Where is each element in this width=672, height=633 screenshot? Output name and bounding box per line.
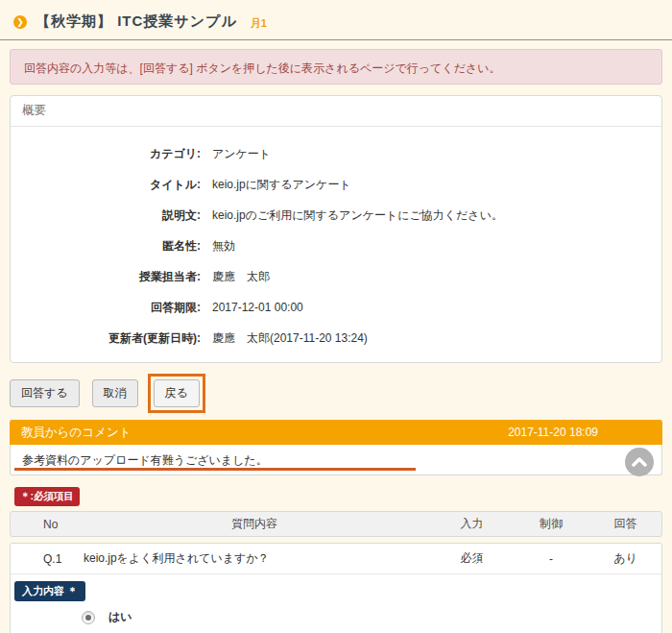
field-value: 無効 [212,239,661,253]
field-value: アンケート [212,147,661,160]
field-value: keio.jpに関するアンケート [212,178,661,191]
action-bar: 回答する 取消 戻る [10,376,662,410]
question-no: Q.1 [11,552,78,566]
teacher-comment-section: 教員からのコメント 2017-11-20 18:09 参考資料のアップロード有難… [10,420,662,475]
radio-label-yes[interactable]: はい [108,609,132,625]
field-value: 慶應 太郎(2017-11-20 13:24) [212,331,661,345]
page-header: ❯ 【秋学期】 ITC授業サンプル 月1 [0,0,672,39]
question-answer: あり [589,550,661,567]
question-input: 必須 [431,550,513,567]
column-header-no: No [11,518,78,531]
input-content-badge: 入力内容 ＊ [14,581,85,601]
comment-text: 参考資料のアップロード有難うございました。 [22,453,268,467]
field-updated-by: 更新者(更新日時): 慶應 太郎(2017-11-20 13:24) [11,323,661,353]
scroll-to-top-button[interactable] [625,448,654,476]
field-instructor: 授業担当者: 慶應 太郎 [11,261,661,292]
column-header-question: 質問内容 [78,516,431,532]
field-label: カテゴリ: [11,147,212,160]
warning-alert: 回答内容の入力等は、[回答する] ボタンを押した後に表示されるページで行ってくだ… [10,49,662,85]
column-header-control: 制御 [513,516,589,532]
field-category: カテゴリ: アンケート [11,138,661,169]
field-value: 慶應 太郎 [212,270,661,283]
back-button[interactable]: 戻る [154,379,200,407]
overview-panel-title: 概要 [11,96,661,127]
required-badge-row: ＊:必須項目 [10,487,662,506]
cancel-button[interactable]: 取消 [92,379,138,407]
question-text: keio.jpをよく利用されていますか？ [78,550,431,567]
field-label: 匿名性: [11,239,212,253]
field-title: タイトル: keio.jpに関するアンケート [11,169,661,200]
overview-panel: 概要 カテゴリ: アンケート タイトル: keio.jpに関するアンケート 説明… [10,95,662,363]
field-deadline: 回答期限: 2017-12-01 00:00 [11,292,661,323]
input-content-area: 入力内容 ＊ はい いいえ [11,574,661,633]
comment-timestamp: 2017-11-20 18:09 [508,426,651,439]
question-panel: Q.1 keio.jpをよく利用されていますか？ 必須 - あり 入力内容 ＊ … [10,543,662,633]
radio-option-yes: はい [14,609,650,625]
field-label: 説明文: [11,208,212,222]
field-description: 説明文: keio.jpのご利用に関するアンケートにご協力ください。 [11,200,661,231]
column-header-answer: 回答 [589,516,661,532]
field-value: 2017-12-01 00:00 [212,301,661,314]
column-header-input: 入力 [431,516,513,532]
annotation-underline [14,468,416,471]
overview-body: カテゴリ: アンケート タイトル: keio.jpに関するアンケート 説明文: … [11,127,661,362]
table-row: Q.1 keio.jpをよく利用されていますか？ 必須 - あり [11,544,661,574]
field-label: 回答期限: [11,301,212,314]
field-label: タイトル: [11,178,212,191]
annotation-highlight-box: 戻る [148,374,205,413]
comment-header-title: 教員からのコメント [21,425,132,441]
page-title: 【秋学期】 ITC授業サンプル [36,12,237,31]
comment-body: 参考資料のアップロード有難うございました。 [10,445,662,475]
required-badge: ＊:必須項目 [14,487,80,506]
field-label: 授業担当者: [11,270,212,283]
field-label: 更新者(更新日時): [11,331,212,345]
radio-button-yes[interactable] [82,611,95,624]
chevron-right-icon: ❯ [13,15,27,29]
comment-header: 教員からのコメント 2017-11-20 18:09 [10,420,662,445]
question-table-header: No 質問内容 入力 制御 回答 [10,511,662,537]
header-divider [0,39,672,40]
period-badge: 月1 [251,13,267,31]
field-anonymity: 匿名性: 無効 [11,231,661,261]
field-value: keio.jpのご利用に関するアンケートにご協力ください。 [212,208,661,222]
chevron-up-icon [632,455,647,470]
question-control: - [513,552,589,566]
answer-button[interactable]: 回答する [10,379,80,407]
